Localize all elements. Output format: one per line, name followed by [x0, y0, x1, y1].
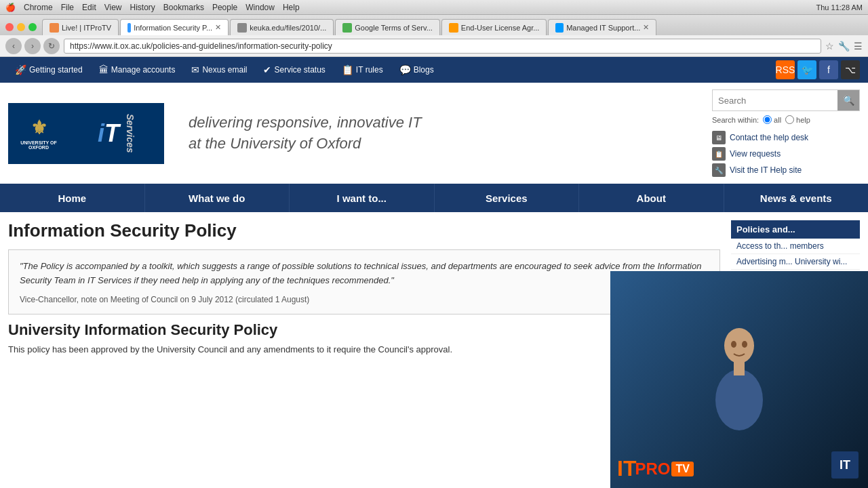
search-all-option[interactable]: all	[763, 115, 781, 124]
nav-news-events[interactable]: News & events	[724, 184, 869, 212]
tab-keuka[interactable]: keuka.edu/files/2010/...	[230, 19, 334, 35]
mac-status-bar: Thu 11:28 AM	[816, 3, 863, 12]
github-icon[interactable]: ⌥	[841, 60, 860, 79]
back-button[interactable]: ‹	[5, 38, 22, 54]
contact-helpdesk-label: Contact the help desk	[730, 133, 808, 142]
nav-i-want-to[interactable]: I want to...	[290, 184, 435, 212]
forward-button[interactable]: ›	[24, 38, 41, 54]
logo-area: ⚜ UNIVERSITY OFOXFORD i T Services	[8, 103, 164, 164]
tab-managed[interactable]: Managed IT Support... ✕	[548, 19, 656, 35]
tab-label: Live! | ITProTV	[62, 24, 111, 32]
tab-eula[interactable]: End-User License Agr...	[441, 19, 547, 35]
rss-icon[interactable]: RSS	[776, 60, 795, 79]
svg-point-1	[715, 369, 763, 430]
nav-services[interactable]: Services	[435, 184, 580, 212]
social-icons: RSS 🐦 f ⌥	[776, 60, 860, 79]
nav-manage-accounts[interactable]: 🏛 Manage accounts	[92, 62, 182, 78]
search-button[interactable]: 🔍	[837, 90, 859, 110]
view-requests-link[interactable]: 📋 View requests	[712, 147, 860, 161]
nav-it-rules[interactable]: 📋 IT rules	[335, 62, 390, 78]
search-all-label: all	[774, 116, 781, 124]
nav-label: Getting started	[29, 65, 83, 75]
quote-text: "The Policy is accompanied by a toolkit,…	[20, 260, 709, 288]
nav-label: Service status	[274, 65, 325, 75]
policies-header: Policies and...	[731, 220, 860, 239]
nav-service-status[interactable]: ✔ Service status	[256, 62, 332, 78]
main-nav: Home What we do I want to... Services Ab…	[0, 184, 868, 212]
video-content: IT PRO TV IT	[610, 271, 868, 488]
tab-favicon	[342, 23, 352, 33]
view-requests-label: View requests	[730, 149, 781, 159]
itprotv-tv-text: TV	[671, 462, 693, 476]
nav-about[interactable]: About	[579, 184, 724, 212]
mac-menu-bar: 🍎 Chrome File Edit View History Bookmark…	[5, 3, 300, 12]
refresh-button[interactable]: ↻	[43, 38, 60, 54]
status-icon: ✔	[263, 64, 271, 75]
address-bar: ‹ › ↻ ☆ 🔧 ☰	[0, 35, 868, 57]
tab-itprotv[interactable]: Live! | ITProTV	[42, 19, 119, 35]
file-menu[interactable]: File	[61, 3, 74, 12]
nav-label: IT rules	[356, 65, 383, 75]
history-menu[interactable]: History	[130, 3, 155, 12]
nav-getting-started[interactable]: 🚀 Getting started	[8, 62, 90, 78]
tab-close[interactable]: ✕	[215, 23, 221, 32]
url-input[interactable]	[64, 39, 821, 54]
apple-menu[interactable]: 🍎	[5, 3, 16, 12]
tab-favicon	[449, 23, 458, 33]
nav-what-we-do[interactable]: What we do	[145, 184, 290, 212]
browser-icons: ☆ 🔧 ☰	[825, 41, 863, 52]
minimize-button[interactable]	[17, 23, 25, 31]
edit-menu[interactable]: Edit	[82, 3, 96, 12]
email-icon: ✉	[191, 64, 199, 75]
tab-infosec[interactable]: Information Security P... ✕	[120, 19, 229, 35]
ithelp-icon: 🔧	[712, 163, 726, 177]
bookmarks-menu[interactable]: Bookmarks	[163, 3, 204, 12]
nav-home[interactable]: Home	[0, 184, 145, 212]
search-sidebar: 🔍 Search within: all help 🖥 Contact the …	[712, 89, 860, 177]
search-within-options: Search within: all help	[712, 115, 860, 124]
requests-icon: 📋	[712, 147, 726, 161]
people-menu[interactable]: People	[212, 3, 237, 12]
twitter-icon[interactable]: 🐦	[797, 60, 816, 79]
window-menu[interactable]: Window	[245, 3, 275, 12]
page-title: Information Security Policy	[8, 220, 720, 241]
browser-nav-buttons: ‹ › ↻	[5, 38, 60, 54]
contact-helpdesk-link[interactable]: 🖥 Contact the help desk	[712, 131, 860, 144]
maximize-button[interactable]	[28, 23, 37, 31]
tab-favicon	[555, 23, 564, 33]
visit-it-help-label: Visit the IT Help site	[730, 165, 802, 175]
visit-it-help-link[interactable]: 🔧 Visit the IT Help site	[712, 163, 860, 177]
search-help-radio[interactable]	[785, 115, 794, 124]
tab-close-managed[interactable]: ✕	[643, 23, 649, 32]
view-menu[interactable]: View	[104, 3, 122, 12]
svg-rect-2	[734, 362, 745, 375]
tab-favicon	[50, 23, 59, 33]
tab-google[interactable]: Google Terms of Serv...	[335, 19, 440, 35]
services-text: Services	[125, 114, 136, 153]
facebook-icon[interactable]: f	[819, 60, 838, 79]
policy-link-advertising[interactable]: Advertising m... University wi...	[731, 254, 860, 270]
getting-started-icon: 🚀	[15, 64, 26, 75]
chrome-menu[interactable]: Chrome	[24, 3, 53, 12]
policy-link-access[interactable]: Access to th... members	[731, 239, 860, 254]
menu-icon[interactable]: ☰	[854, 41, 863, 52]
search-input[interactable]	[713, 90, 837, 110]
site-header: ⚜ UNIVERSITY OFOXFORD i T Services deliv…	[0, 83, 868, 184]
tab-label: End-User License Agr...	[461, 24, 540, 32]
search-all-radio[interactable]	[763, 115, 772, 124]
oxford-text: UNIVERSITY OFOXFORD	[20, 140, 57, 150]
extension-icon[interactable]: 🔧	[838, 41, 850, 52]
nav-blogs[interactable]: 💬 Blogs	[393, 62, 441, 78]
traffic-lights	[5, 23, 37, 31]
nav-nexus-email[interactable]: ✉ Nexus email	[184, 62, 254, 78]
nav-label: Blogs	[414, 65, 434, 75]
close-button[interactable]	[5, 23, 14, 31]
time-display: Thu 11:28 AM	[816, 3, 863, 12]
search-help-option[interactable]: help	[785, 115, 810, 124]
video-person	[610, 271, 868, 488]
bookmark-icon[interactable]: ☆	[825, 41, 834, 52]
helpdesk-icon: 🖥	[712, 131, 726, 144]
it-services-logo: i T Services	[69, 103, 164, 164]
tab-bar: Live! | ITProTV Information Security P..…	[42, 19, 863, 35]
help-menu[interactable]: Help	[283, 3, 300, 12]
